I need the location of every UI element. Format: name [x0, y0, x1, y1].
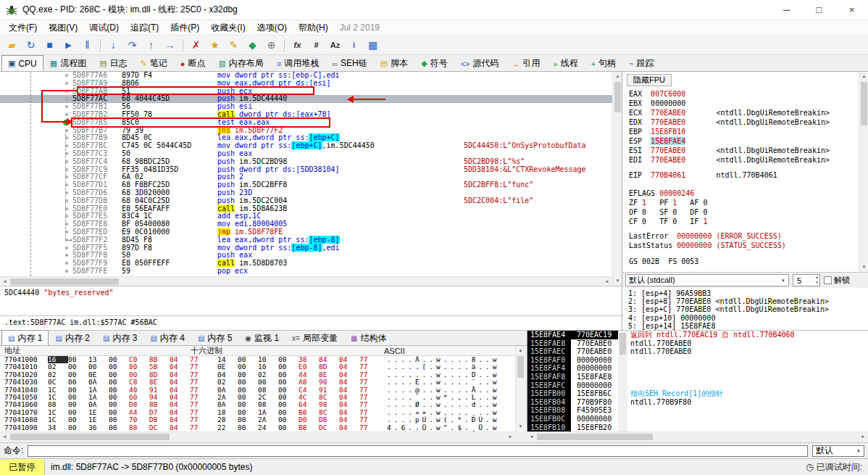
minimize-button[interactable]: ─: [770, 0, 803, 20]
step-over-button[interactable]: ↷: [123, 37, 141, 53]
tab-source[interactable]: <>源代码: [454, 55, 506, 71]
stepper-arrows-icon[interactable]: ▲▼: [815, 275, 819, 285]
breakpoint-gutter[interactable]: [0, 252, 72, 260]
register-line[interactable]: ESI 770EABE0 <ntdll.DbgUiRemoteBreakin>: [629, 146, 858, 155]
open-file-button[interactable]: ▰: [3, 37, 21, 53]
scroll-right-icon[interactable]: ►: [859, 432, 868, 442]
scroll-right-icon[interactable]: ►: [506, 432, 515, 442]
breakpoint-gutter[interactable]: [0, 80, 72, 88]
register-line[interactable]: EDI 770EABE0 <ntdll.DbgUiRemoteBreakin>: [629, 155, 858, 165]
menu-view[interactable]: 视图(V): [43, 20, 83, 36]
tab-handles[interactable]: +句柄: [585, 55, 622, 71]
register-line[interactable]: EFLAGS 00000246: [629, 189, 858, 198]
tab-trace[interactable]: ~跟踪: [622, 55, 660, 71]
title-bar[interactable]: QQ.exe - PID: 268C - 模块: im.dll - 线程: 25…: [0, 0, 868, 20]
command-input[interactable]: [28, 445, 808, 457]
patches-button[interactable]: #: [307, 37, 325, 53]
breakpoint-gutter[interactable]: [0, 111, 72, 119]
register-line[interactable]: CF 0 TF 0 IF 1: [629, 217, 858, 226]
breakpoint-gutter[interactable]: [0, 158, 72, 166]
scroll-left-icon[interactable]: ◄: [0, 432, 9, 442]
register-line[interactable]: EAX 007C6000: [629, 89, 858, 99]
register-line[interactable]: LastError 00000000 (ERROR_SUCCESS): [629, 231, 858, 241]
breakpoint-gutter[interactable]: [0, 236, 72, 244]
step-out-button[interactable]: ↑: [142, 37, 160, 53]
stack-pane[interactable]: 15E8FAE4770EAC19返回到 ntdll.770EAC19 自 ntd…: [527, 330, 868, 431]
register-line[interactable]: ZF 1 PF 1 AF 0: [629, 198, 858, 207]
register-line[interactable]: EBP 15E8FB10: [629, 127, 858, 136]
argument-line[interactable]: 1: [esp+4] 96A59BB3: [628, 289, 862, 297]
stack-row[interactable]: 15E8FB04770B9F80ntdll.770B9F80: [527, 398, 868, 407]
breakpoint-gutter[interactable]: [0, 150, 72, 158]
scroll-up-icon[interactable]: ▲: [516, 346, 525, 355]
stack-row[interactable]: 15E8FAF815E8FAE8: [527, 373, 868, 381]
stack-row[interactable]: 15E8FAF400000000: [527, 364, 868, 373]
argument-line[interactable]: 4: [esp+10] 00000000: [628, 314, 862, 322]
stack-row[interactable]: 15E8FB0C00000000: [527, 415, 868, 424]
tab-cpu[interactable]: ▣CPU: [1, 55, 43, 71]
favorites-button[interactable]: ★: [206, 37, 224, 53]
menu-debug[interactable]: 调试(D): [83, 20, 125, 36]
breakpoint-gutter[interactable]: [0, 142, 72, 150]
tab-memory-3[interactable]: ▤内存 3: [96, 330, 143, 345]
breakpoint-gutter[interactable]: [0, 103, 72, 111]
register-line[interactable]: GS 002B FS 0053: [629, 257, 858, 266]
disassembly-pane[interactable]: ▸ 5D8F77A6897D F4mov dword ptr ss:[ebp-C…: [0, 72, 612, 276]
stack-row[interactable]: 15E8FB0015E8FB6C指向SEH_Record[1]的指针: [527, 389, 868, 398]
command-profile-select[interactable]: 默认 ▼: [812, 445, 864, 457]
scroll-thumb[interactable]: [614, 82, 621, 112]
memory-dump-pane[interactable]: 7704100016001300C08B04771400100038840477…: [0, 356, 515, 431]
menu-options[interactable]: 选项(O): [251, 20, 293, 36]
breakpoint-gutter[interactable]: [0, 127, 72, 135]
run-to-cursor-button[interactable]: →: [161, 37, 179, 53]
disasm-vertical-scrollbar[interactable]: ▲ ▼: [612, 72, 622, 286]
breakpoint-gutter[interactable]: [0, 95, 72, 103]
breakpoint-gutter[interactable]: [0, 197, 72, 205]
tab-threads[interactable]: »线程: [547, 55, 585, 71]
scroll-down-icon[interactable]: ▼: [859, 263, 868, 272]
maximize-button[interactable]: □: [803, 0, 835, 20]
register-line[interactable]: LastStatus 00000000 (STATUS_SUCCESS): [629, 241, 858, 250]
stack-row[interactable]: 15E8FAE8770EABE0ntdll.770EABE0: [527, 339, 868, 348]
argument-line[interactable]: 5: [esp+14] 15E8FAE8: [628, 322, 862, 330]
step-into-button[interactable]: ↓: [104, 37, 122, 53]
breakpoint-gutter[interactable]: [0, 72, 72, 80]
tab-memory-4[interactable]: ▤内存 4: [143, 330, 191, 345]
disasm-horizontal-scrollbar[interactable]: ◄ ►: [0, 276, 612, 286]
cpu-chip-button[interactable]: ▦: [364, 37, 382, 53]
breakpoint-gutter[interactable]: [0, 181, 72, 189]
register-line[interactable]: EBX 00000000: [629, 99, 858, 108]
breakpoint-gutter[interactable]: [0, 244, 72, 252]
tab-log[interactable]: ▤日志: [93, 55, 133, 71]
stack-column-scrollbar[interactable]: [618, 331, 627, 431]
stack-horizontal-scrollbar[interactable]: ◄ ►: [527, 431, 868, 441]
dump-row[interactable]: 770410300C000A00C88E047702000000A8900477…: [0, 379, 515, 386]
scroll-thumb[interactable]: [517, 356, 524, 378]
menu-file[interactable]: 文件(F): [3, 20, 43, 36]
run-button[interactable]: ►: [59, 37, 78, 53]
tab-graph[interactable]: ▦流程图: [43, 55, 93, 71]
stop-button[interactable]: ■: [41, 37, 59, 53]
breakpoint-gutter[interactable]: [0, 268, 72, 276]
register-line[interactable]: ESP 15E8FAE4: [629, 136, 858, 146]
menu-plugins[interactable]: 插件(P): [164, 20, 205, 36]
tab-references[interactable]: →引用: [506, 55, 547, 71]
tab-script[interactable]: ▤脚本: [374, 55, 414, 71]
disasm-row[interactable]: 5D8F77DB68 04C0C25Dpush im.5DC2C0045DC2C…: [0, 197, 612, 205]
breakpoint-gutter[interactable]: [0, 205, 72, 213]
argument-line[interactable]: 2: [esp+8] 770EABE0 <ntdll.DbgUiRemoteBr…: [628, 297, 862, 305]
register-line[interactable]: EIP 770B4061 ntdll.770B4061: [629, 170, 858, 180]
tab-symbols[interactable]: ◆符号: [414, 55, 454, 71]
menu-trace[interactable]: 追踪(T): [125, 20, 164, 36]
scroll-thumb[interactable]: [619, 333, 626, 355]
stack-row[interactable]: 15E8FB08F45905E3: [527, 406, 868, 415]
register-line[interactable]: OF 0 SF 0 DF 0: [629, 207, 858, 217]
argument-line[interactable]: 3: [esp+C] 770EABE0 <ntdll.DbgUiRemoteBr…: [628, 305, 862, 313]
scroll-thumb[interactable]: [10, 434, 170, 440]
breakpoint-gutter[interactable]: [0, 134, 72, 142]
tab-notes[interactable]: ✎笔记: [134, 55, 174, 71]
notes-toolbar-button[interactable]: ✎: [225, 37, 243, 53]
calling-convention-select[interactable]: 默认 (stdcall) ▼: [625, 274, 789, 286]
tab-memory-5[interactable]: ▤内存 5: [191, 330, 238, 345]
stack-row[interactable]: 15E8FB1015E8FB20: [527, 424, 868, 431]
